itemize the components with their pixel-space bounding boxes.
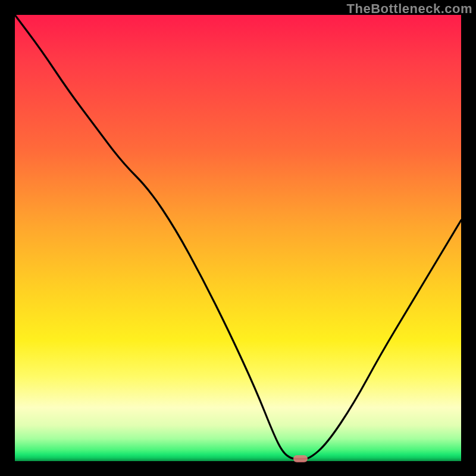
plot-area	[15, 15, 461, 461]
curve-svg	[15, 15, 461, 461]
optimal-marker	[293, 455, 308, 462]
chart-frame: TheBottleneck.com	[0, 0, 476, 476]
bottleneck-curve	[15, 15, 461, 459]
watermark-text: TheBottleneck.com	[347, 1, 472, 17]
